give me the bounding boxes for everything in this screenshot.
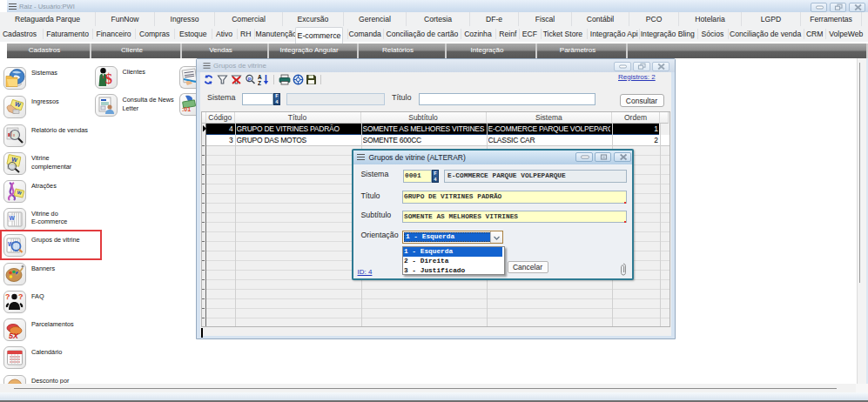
svg-text:?: ? bbox=[5, 292, 10, 301]
svg-text:$: $ bbox=[104, 70, 112, 87]
svg-text:p: p bbox=[248, 76, 252, 81]
svg-text:W: W bbox=[10, 215, 16, 221]
svg-text:?: ? bbox=[18, 292, 24, 301]
svg-text:Z: Z bbox=[258, 80, 261, 86]
svg-text::01: :01 bbox=[182, 106, 191, 112]
svg-text:5X: 5X bbox=[9, 332, 19, 340]
